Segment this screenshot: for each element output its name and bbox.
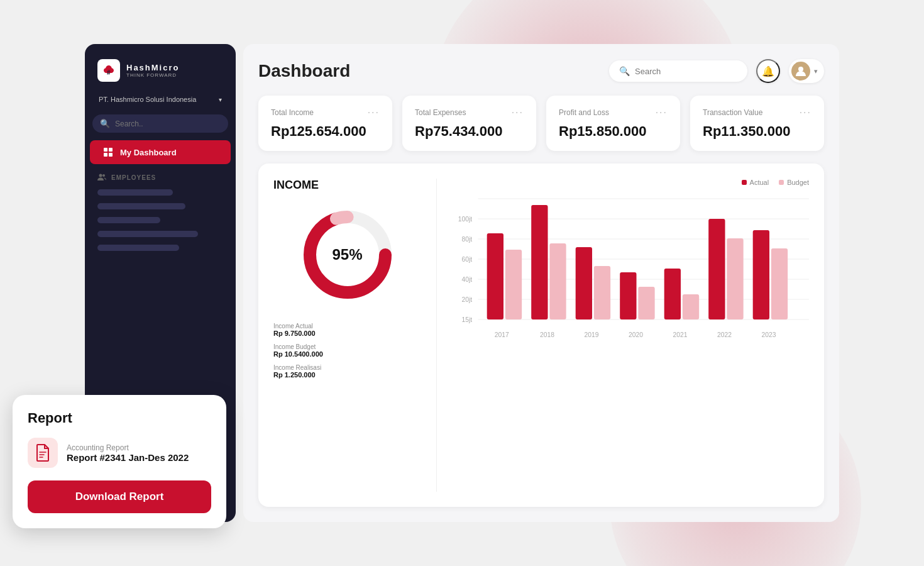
sidebar-logo: # HashMicro THINK FORWARD: [85, 44, 236, 92]
svg-text:2022: 2022: [717, 331, 732, 338]
legend-value-actual: Rp 9.750.000: [273, 330, 421, 337]
donut-side: INCOME 95% Income Actual R: [273, 179, 437, 492]
kpi-header-profit: Profit and Loss ···: [559, 107, 668, 118]
user-avatar-button[interactable]: ▾: [789, 59, 824, 83]
svg-text:2020: 2020: [629, 331, 643, 338]
download-report-button[interactable]: Download Report: [28, 480, 211, 513]
dashboard-icon: [102, 147, 114, 158]
logo-text: HashMicro THINK FORWARD: [126, 63, 179, 78]
legend-item-realisasi: Income Realisasi Rp 1.250.000: [273, 364, 421, 379]
kpi-card-total-income: Total Income ··· Rp125.654.000: [258, 96, 392, 151]
main-content: Dashboard 🔍 🔔 ▾: [243, 44, 839, 522]
donut-chart: 95%: [297, 204, 398, 305]
kpi-header-income: Total Income ···: [271, 107, 380, 118]
report-type: Accounting Report: [67, 443, 189, 452]
kpi-card-transaction: Transaction Value ··· Rp11.350.000: [690, 96, 824, 151]
report-file-icon: [28, 438, 58, 468]
report-info: Accounting Report Report #2341 Jan-Des 2…: [67, 443, 189, 463]
sidebar-search-input[interactable]: [115, 119, 221, 128]
sidebar-dashboard-label: My Dashboard: [120, 148, 177, 157]
svg-rect-4: [109, 153, 113, 157]
nav-skeleton-4: [97, 231, 198, 237]
svg-rect-1: [104, 148, 107, 152]
svg-text:2021: 2021: [673, 331, 688, 338]
header-search-input[interactable]: [635, 67, 737, 76]
report-card-title: Report: [28, 410, 211, 426]
actual-dot: [742, 180, 747, 185]
income-legend: Income Actual Rp 9.750.000 Income Budget…: [273, 323, 421, 379]
legend-label-actual: Income Actual: [273, 323, 421, 330]
svg-rect-29: [594, 266, 610, 319]
bar-side: Actual Budget: [437, 179, 809, 492]
kpi-menu-expenses[interactable]: ···: [512, 107, 524, 118]
kpi-header-transaction: Transaction Value ···: [703, 107, 811, 118]
sidebar-item-dashboard[interactable]: My Dashboard: [90, 140, 231, 164]
budget-label: Budget: [787, 179, 809, 186]
avatar: [791, 62, 810, 80]
legend-item-actual: Income Actual Rp 9.750.000: [273, 323, 421, 337]
legend-value-realisasi: Rp 1.250.000: [273, 371, 421, 379]
logo-icon: #: [97, 59, 120, 82]
chevron-down-icon: ▾: [814, 67, 818, 75]
svg-text:#: #: [107, 69, 111, 76]
legend-budget: Budget: [779, 179, 809, 186]
svg-rect-28: [576, 247, 592, 319]
svg-point-7: [798, 67, 803, 72]
bar-chart-area: 15jt 20jt 40jt 60jt 80jt 100jt: [454, 194, 809, 492]
svg-rect-32: [664, 269, 681, 319]
kpi-title-transaction: Transaction Value: [703, 108, 762, 117]
kpi-menu-income[interactable]: ···: [368, 107, 380, 118]
nav-skeleton-2: [97, 203, 185, 209]
bar-chart-legend: Actual Budget: [454, 179, 809, 186]
notification-bell-button[interactable]: 🔔: [756, 59, 780, 83]
svg-text:2017: 2017: [495, 331, 509, 338]
brand-tagline: THINK FORWARD: [126, 72, 179, 78]
sidebar-section-employees: EMPLOYEES: [85, 164, 236, 186]
sidebar-search-box[interactable]: 🔍: [92, 114, 228, 133]
legend-value-budget: Rp 10.5400.000: [273, 350, 421, 358]
kpi-card-profit-loss: Profit and Loss ··· Rp15.850.000: [546, 96, 680, 151]
income-chart-title: INCOME: [273, 179, 421, 192]
budget-dot: [779, 180, 784, 185]
kpi-menu-profit[interactable]: ···: [656, 107, 668, 118]
svg-text:20jt: 20jt: [462, 296, 473, 303]
svg-rect-36: [753, 230, 769, 319]
header-actions: 🔍 🔔 ▾: [609, 59, 824, 83]
actual-label: Actual: [750, 179, 769, 186]
svg-text:100jt: 100jt: [458, 215, 472, 223]
kpi-title-income: Total Income: [271, 108, 314, 117]
legend-actual: Actual: [742, 179, 769, 186]
kpi-header-expenses: Total Expenses ···: [415, 107, 524, 118]
nav-skeleton-5: [97, 245, 179, 251]
section-label-employees: EMPLOYEES: [111, 174, 156, 181]
svg-text:40jt: 40jt: [462, 275, 473, 283]
chart-section: INCOME 95% Income Actual R: [258, 164, 824, 507]
svg-text:2023: 2023: [762, 331, 776, 338]
svg-text:2019: 2019: [585, 331, 599, 338]
svg-rect-27: [549, 243, 566, 319]
nav-skeleton-1: [97, 189, 173, 196]
company-selector[interactable]: PT. Hashmicro Solusi Indonesia ▾: [92, 92, 228, 107]
svg-text:60jt: 60jt: [462, 255, 473, 263]
svg-point-6: [102, 174, 105, 177]
svg-rect-26: [531, 205, 547, 319]
kpi-value-profit: Rp15.850.000: [559, 123, 668, 140]
header-search-icon: 🔍: [619, 66, 630, 76]
svg-text:15jt: 15jt: [462, 316, 473, 323]
kpi-title-profit: Profit and Loss: [559, 108, 609, 117]
svg-rect-25: [505, 250, 522, 319]
svg-rect-31: [638, 287, 654, 319]
svg-rect-3: [104, 153, 107, 157]
kpi-row: Total Income ··· Rp125.654.000 Total Exp…: [258, 96, 824, 151]
kpi-value-income: Rp125.654.000: [271, 123, 380, 140]
svg-rect-33: [683, 294, 699, 319]
sidebar-search-icon: 🔍: [100, 119, 110, 128]
brand-name: HashMicro: [126, 63, 179, 72]
header-search-box[interactable]: 🔍: [609, 60, 747, 82]
kpi-menu-transaction[interactable]: ···: [800, 107, 811, 118]
page-title: Dashboard: [258, 61, 350, 81]
svg-rect-35: [727, 238, 743, 319]
svg-rect-30: [620, 272, 636, 319]
report-item: Accounting Report Report #2341 Jan-Des 2…: [28, 438, 211, 468]
nav-skeleton-3: [97, 217, 160, 223]
